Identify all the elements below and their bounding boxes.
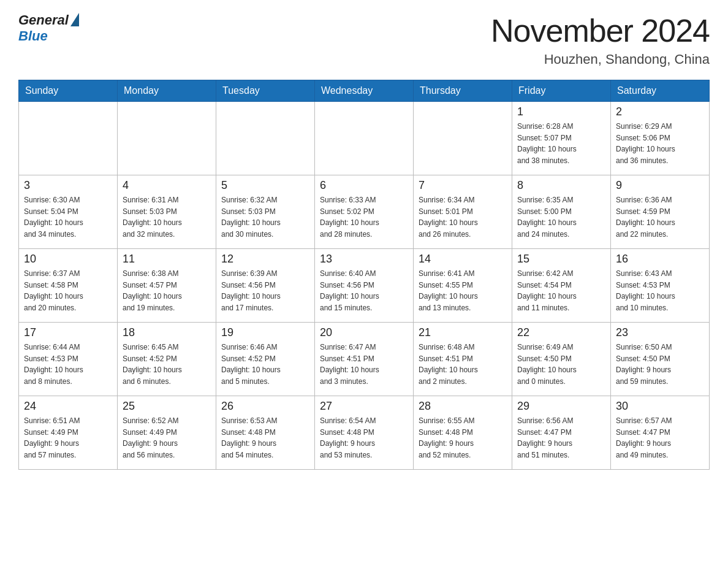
day-info: Sunrise: 6:56 AM Sunset: 4:47 PM Dayligh… [517,415,605,461]
calendar-cell: 22Sunrise: 6:49 AM Sunset: 4:50 PM Dayli… [512,323,611,396]
day-number: 22 [517,326,605,339]
day-info: Sunrise: 6:47 AM Sunset: 4:51 PM Dayligh… [320,342,408,387]
calendar-cell: 26Sunrise: 6:53 AM Sunset: 4:48 PM Dayli… [216,396,315,470]
day-number: 12 [221,253,309,266]
calendar-cell: 24Sunrise: 6:51 AM Sunset: 4:49 PM Dayli… [19,396,118,470]
logo-general-text: General [18,12,69,28]
day-number: 6 [320,179,408,192]
calendar-cell: 15Sunrise: 6:42 AM Sunset: 4:54 PM Dayli… [512,249,611,323]
day-number: 20 [320,326,408,339]
day-info: Sunrise: 6:29 AM Sunset: 5:06 PM Dayligh… [616,121,704,166]
logo-blue-text: Blue [18,28,48,44]
day-number: 3 [24,179,112,192]
day-number: 8 [517,179,605,192]
day-number: 23 [616,326,704,339]
day-number: 19 [221,326,309,339]
day-info: Sunrise: 6:45 AM Sunset: 4:52 PM Dayligh… [123,342,211,387]
calendar-cell: 7Sunrise: 6:34 AM Sunset: 5:01 PM Daylig… [414,175,512,249]
day-number: 25 [123,400,211,413]
day-info: Sunrise: 6:36 AM Sunset: 4:59 PM Dayligh… [616,194,704,240]
day-info: Sunrise: 6:40 AM Sunset: 4:56 PM Dayligh… [320,268,408,313]
day-info: Sunrise: 6:57 AM Sunset: 4:47 PM Dayligh… [616,415,704,461]
day-number: 27 [320,400,408,413]
weekday-header-wednesday: Wednesday [315,80,414,102]
calendar-cell: 11Sunrise: 6:38 AM Sunset: 4:57 PM Dayli… [118,249,216,323]
day-number: 21 [419,326,507,339]
day-info: Sunrise: 6:42 AM Sunset: 4:54 PM Dayligh… [517,268,605,313]
week-row-1: 1Sunrise: 6:28 AM Sunset: 5:07 PM Daylig… [19,102,710,175]
day-info: Sunrise: 6:49 AM Sunset: 4:50 PM Dayligh… [517,342,605,387]
day-info: Sunrise: 6:41 AM Sunset: 4:55 PM Dayligh… [419,268,507,313]
calendar-cell [216,102,315,175]
day-number: 13 [320,253,408,266]
day-number: 30 [616,400,704,413]
day-number: 14 [419,253,507,266]
day-info: Sunrise: 6:43 AM Sunset: 4:53 PM Dayligh… [616,268,704,313]
calendar-cell [315,102,414,175]
day-number: 4 [123,179,211,192]
day-info: Sunrise: 6:28 AM Sunset: 5:07 PM Dayligh… [517,121,605,166]
day-info: Sunrise: 6:30 AM Sunset: 5:04 PM Dayligh… [24,194,112,240]
calendar-cell: 2Sunrise: 6:29 AM Sunset: 5:06 PM Daylig… [611,102,710,175]
day-info: Sunrise: 6:50 AM Sunset: 4:50 PM Dayligh… [616,342,704,387]
weekday-header-monday: Monday [118,80,216,102]
day-info: Sunrise: 6:35 AM Sunset: 5:00 PM Dayligh… [517,194,605,240]
day-number: 16 [616,253,704,266]
day-info: Sunrise: 6:46 AM Sunset: 4:52 PM Dayligh… [221,342,309,387]
calendar-cell: 17Sunrise: 6:44 AM Sunset: 4:53 PM Dayli… [19,323,118,396]
calendar-cell: 9Sunrise: 6:36 AM Sunset: 4:59 PM Daylig… [611,175,710,249]
calendar-cell: 13Sunrise: 6:40 AM Sunset: 4:56 PM Dayli… [315,249,414,323]
day-info: Sunrise: 6:54 AM Sunset: 4:48 PM Dayligh… [320,415,408,461]
calendar-cell: 5Sunrise: 6:32 AM Sunset: 5:03 PM Daylig… [216,175,315,249]
weekday-header-thursday: Thursday [414,80,512,102]
day-number: 18 [123,326,211,339]
calendar-subtitle: Houzhen, Shandong, China [491,52,710,67]
day-info: Sunrise: 6:44 AM Sunset: 4:53 PM Dayligh… [24,342,112,387]
day-info: Sunrise: 6:34 AM Sunset: 5:01 PM Dayligh… [419,194,507,240]
calendar-cell: 20Sunrise: 6:47 AM Sunset: 4:51 PM Dayli… [315,323,414,396]
day-info: Sunrise: 6:31 AM Sunset: 5:03 PM Dayligh… [123,194,211,240]
week-row-4: 17Sunrise: 6:44 AM Sunset: 4:53 PM Dayli… [19,323,710,396]
week-row-2: 3Sunrise: 6:30 AM Sunset: 5:04 PM Daylig… [19,175,710,249]
day-info: Sunrise: 6:55 AM Sunset: 4:48 PM Dayligh… [419,415,507,461]
day-number: 7 [419,179,507,192]
calendar-cell [118,102,216,175]
calendar-title: November 2024 [491,12,710,49]
day-number: 24 [24,400,112,413]
day-info: Sunrise: 6:37 AM Sunset: 4:58 PM Dayligh… [24,268,112,313]
calendar-cell: 12Sunrise: 6:39 AM Sunset: 4:56 PM Dayli… [216,249,315,323]
calendar-cell: 29Sunrise: 6:56 AM Sunset: 4:47 PM Dayli… [512,396,611,470]
calendar-cell: 10Sunrise: 6:37 AM Sunset: 4:58 PM Dayli… [19,249,118,323]
page-header: General Blue November 2024 Houzhen, Shan… [18,12,710,67]
day-info: Sunrise: 6:38 AM Sunset: 4:57 PM Dayligh… [123,268,211,313]
weekday-header-sunday: Sunday [19,80,118,102]
calendar-cell: 23Sunrise: 6:50 AM Sunset: 4:50 PM Dayli… [611,323,710,396]
weekday-header-friday: Friday [512,80,611,102]
day-number: 11 [123,253,211,266]
weekday-header-row: SundayMondayTuesdayWednesdayThursdayFrid… [19,80,710,102]
week-row-3: 10Sunrise: 6:37 AM Sunset: 4:58 PM Dayli… [19,249,710,323]
day-info: Sunrise: 6:53 AM Sunset: 4:48 PM Dayligh… [221,415,309,461]
calendar-cell: 25Sunrise: 6:52 AM Sunset: 4:49 PM Dayli… [118,396,216,470]
title-section: November 2024 Houzhen, Shandong, China [491,12,710,67]
day-number: 1 [517,105,605,118]
weekday-header-tuesday: Tuesday [216,80,315,102]
weekday-header-saturday: Saturday [611,80,710,102]
calendar-cell [414,102,512,175]
calendar-cell: 28Sunrise: 6:55 AM Sunset: 4:48 PM Dayli… [414,396,512,470]
calendar-cell [19,102,118,175]
day-info: Sunrise: 6:52 AM Sunset: 4:49 PM Dayligh… [123,415,211,461]
day-number: 29 [517,400,605,413]
logo: General Blue [18,12,79,44]
calendar-table: SundayMondayTuesdayWednesdayThursdayFrid… [18,80,710,470]
day-info: Sunrise: 6:32 AM Sunset: 5:03 PM Dayligh… [221,194,309,240]
day-number: 17 [24,326,112,339]
calendar-cell: 4Sunrise: 6:31 AM Sunset: 5:03 PM Daylig… [118,175,216,249]
day-info: Sunrise: 6:33 AM Sunset: 5:02 PM Dayligh… [320,194,408,240]
week-row-5: 24Sunrise: 6:51 AM Sunset: 4:49 PM Dayli… [19,396,710,470]
calendar-cell: 30Sunrise: 6:57 AM Sunset: 4:47 PM Dayli… [611,396,710,470]
day-info: Sunrise: 6:51 AM Sunset: 4:49 PM Dayligh… [24,415,112,461]
calendar-cell: 1Sunrise: 6:28 AM Sunset: 5:07 PM Daylig… [512,102,611,175]
calendar-cell: 27Sunrise: 6:54 AM Sunset: 4:48 PM Dayli… [315,396,414,470]
calendar-cell: 8Sunrise: 6:35 AM Sunset: 5:00 PM Daylig… [512,175,611,249]
